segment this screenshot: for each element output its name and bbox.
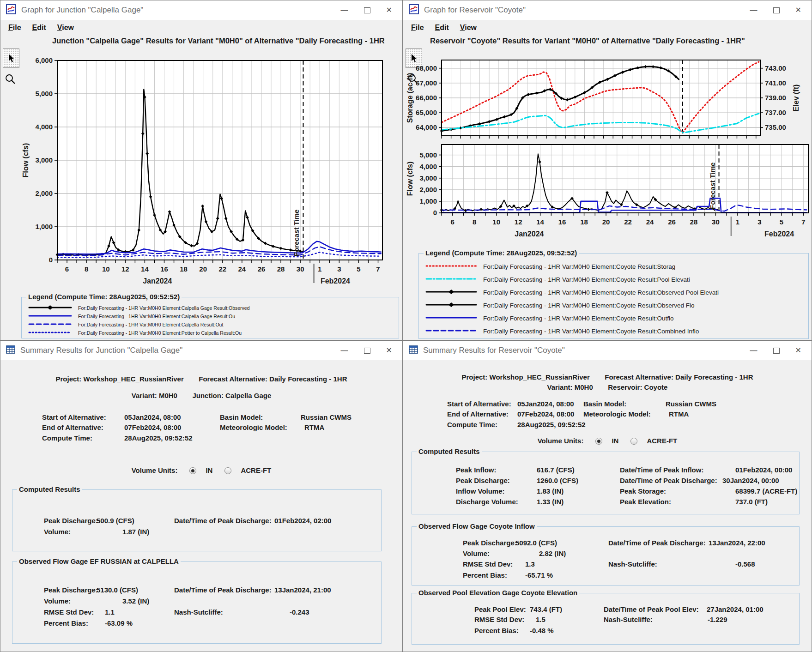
svg-text:Flow (cfs): Flow (cfs): [22, 143, 30, 178]
legend-label: For:Daily Forecasting - 1HR Var:M0H0 Ele…: [483, 302, 694, 309]
svg-text:66,000: 66,000: [416, 94, 437, 102]
svg-text:7: 7: [801, 218, 805, 226]
peak-storage-label: Peak Storage:: [620, 487, 666, 495]
radio-label-in[interactable]: IN: [612, 437, 618, 445]
close-button[interactable]: ✕: [795, 6, 801, 14]
svg-text:26: 26: [668, 218, 676, 226]
radio-in[interactable]: [595, 438, 602, 445]
start-value: 05Jan2024, 08:00: [517, 400, 574, 408]
menu-view[interactable]: View: [456, 23, 481, 33]
maximize-button[interactable]: [364, 7, 370, 13]
svg-text:20: 20: [199, 265, 207, 273]
minimize-button[interactable]: —: [341, 347, 348, 354]
svg-text:743.00: 743.00: [765, 64, 786, 72]
radio-in[interactable]: [189, 467, 196, 474]
legend-label: For:Daily Forecasting - 1HR Var:M0H0 Ele…: [483, 263, 675, 270]
legend-swatch-black-marker: [425, 302, 477, 309]
maximize-button[interactable]: [773, 348, 780, 354]
radio-acre-ft[interactable]: [630, 438, 637, 445]
svg-text:28: 28: [690, 218, 698, 226]
svg-text:1,000: 1,000: [419, 197, 437, 205]
legend-entries: For:Daily Forecasting - 1HR Var:M0H0 Ele…: [425, 260, 806, 338]
legend-entry: For:Daily Forecasting - 1HR Var:M0H0 Ele…: [28, 330, 396, 336]
radio-label-acre-ft[interactable]: ACRE-FT: [647, 437, 677, 445]
zoom-tool-button[interactable]: [5, 73, 17, 85]
computed-results-box: Computed Results Peak Discharge: 500.9 (…: [12, 489, 382, 551]
svg-text:24: 24: [646, 218, 654, 226]
volume-label: Volume:: [463, 549, 490, 557]
volume-units-label: Volume Units:: [132, 466, 178, 474]
peak-pool-elev-label: Peak Pool Elev:: [474, 605, 526, 613]
minimize-button[interactable]: —: [750, 347, 757, 354]
legend-label: For:Daily Forecasting - 1HR Var:M0H0 Ele…: [78, 314, 235, 319]
legend-title: Legend (Compute Time: 28Aug2025, 09:52:5…: [424, 249, 579, 257]
project-line: Project: Workshop_HEC_RussianRiver Forec…: [403, 373, 812, 381]
window-graph-reservoir-coyote: Graph for Reservoir "Coyote" — ✕ FileEdi…: [403, 0, 812, 340]
radio-label-acre-ft[interactable]: ACRE-FT: [241, 466, 271, 474]
radio-label-in[interactable]: IN: [206, 466, 212, 474]
svg-text:Forecast Time: Forecast Time: [709, 163, 716, 209]
svg-text:14: 14: [141, 265, 149, 273]
svg-text:3,000: 3,000: [419, 174, 437, 182]
legend-entry: For:Daily Forecasting - 1HR Var:M0H0 Ele…: [28, 314, 396, 319]
titlebar[interactable]: Graph for Junction "Calpella Gage" — ✕: [0, 0, 402, 20]
svg-text:22: 22: [218, 265, 226, 273]
peak-discharge-datetime-label: Date/Time of Peak Discharge:: [174, 586, 272, 594]
menu-file[interactable]: File: [407, 23, 428, 33]
close-button[interactable]: ✕: [795, 347, 801, 354]
legend-title: Legend (Compute Time: 28Aug2025, 09:52:5…: [26, 293, 182, 301]
peak-inflow-datetime-label: Date/Time of Peak Inflow:: [620, 466, 703, 474]
maximize-button[interactable]: [364, 348, 370, 354]
volume-units-label: Volume Units:: [538, 437, 584, 445]
end-value: 07Feb2024, 08:00: [517, 410, 574, 418]
nash-sutcliffe-label: Nash-Sutcliffe:: [604, 616, 653, 623]
pointer-tool-button[interactable]: [3, 48, 19, 68]
variant-line: Variant: M0H0 Reservoir: Coyote: [403, 383, 812, 392]
legend-entry: For:Daily Forecasting - 1HR Var:M0H0 Ele…: [425, 328, 806, 335]
svg-text:6: 6: [65, 265, 69, 273]
titlebar[interactable]: Summary Results for Junction "Calpella G…: [0, 341, 402, 360]
menu-edit[interactable]: Edit: [28, 23, 50, 33]
flow-chart-calpella[interactable]: 01,0002,0003,0004,0005,0006,000681012141…: [19, 48, 403, 293]
legend-swatch-cyan-dashdot: [425, 276, 477, 283]
titlebar[interactable]: Graph for Reservoir "Coyote" — ✕: [403, 0, 812, 20]
close-button[interactable]: ✕: [386, 347, 392, 354]
legend-entry: For:Daily Forecasting - 1HR Var:M0H0 Ele…: [425, 302, 806, 309]
window-title: Graph for Reservoir "Coyote": [424, 6, 745, 15]
legend-swatch-red-dot: [425, 263, 477, 270]
legend-box: Legend (Compute Time: 28Aug2025, 09:52:5…: [21, 297, 399, 338]
rmse-label: RMSE Std Dev:: [44, 608, 94, 616]
svg-text:3: 3: [337, 265, 341, 273]
minimize-button[interactable]: —: [750, 6, 757, 14]
svg-text:67,000: 67,000: [416, 79, 437, 87]
svg-text:Elev (ft): Elev (ft): [792, 85, 800, 112]
peak-discharge-datetime-value: 01Feb2024, 02:00: [274, 517, 331, 525]
menu-view[interactable]: View: [53, 23, 78, 33]
variant-line: Variant: M0H0 Junction: Calpella Gage: [0, 392, 402, 400]
volume-value: 1.87 (IN): [122, 528, 149, 536]
peak-discharge-value: 1260.0 (CFS): [537, 477, 578, 484]
peak-discharge-label: Peak Discharge:: [44, 586, 98, 594]
menu-file[interactable]: File: [4, 23, 25, 33]
nash-sutcliffe-label: Nash-Sutcliffe:: [174, 608, 223, 616]
svg-text:739.00: 739.00: [765, 94, 786, 102]
titlebar[interactable]: Summary Results for Reservoir "Coyote" —…: [403, 341, 812, 360]
maximize-button[interactable]: [773, 7, 780, 13]
menu-edit[interactable]: Edit: [431, 23, 453, 33]
close-button[interactable]: ✕: [386, 6, 392, 14]
radio-acre-ft[interactable]: [224, 467, 231, 474]
group-title: Computed Results: [17, 485, 82, 493]
flow-chart-coyote[interactable]: 01,0002,0003,0004,0005,00068101214161820…: [403, 139, 812, 240]
svg-text:Feb2024: Feb2024: [764, 230, 794, 238]
volume-units-row: Volume Units:INACRE-FT: [403, 437, 812, 445]
svg-text:4,000: 4,000: [419, 163, 437, 170]
minimize-button[interactable]: —: [341, 6, 348, 14]
legend-swatch-blue-solid: [28, 314, 72, 319]
storage-elevation-chart-coyote[interactable]: 64,00065,00066,00067,00068,000735.00737.…: [403, 46, 812, 140]
svg-text:737.00: 737.00: [765, 109, 786, 116]
chart-title: Junction "Calpella Gage" Results for Var…: [52, 36, 385, 45]
peak-discharge-datetime-label: Date/Time of Peak Discharge:: [620, 477, 717, 484]
volume-label: Volume:: [44, 528, 71, 536]
legend-swatch-blue-dash: [425, 328, 477, 335]
window-summary-reservoir-coyote: Summary Results for Reservoir "Coyote" —…: [403, 340, 812, 652]
